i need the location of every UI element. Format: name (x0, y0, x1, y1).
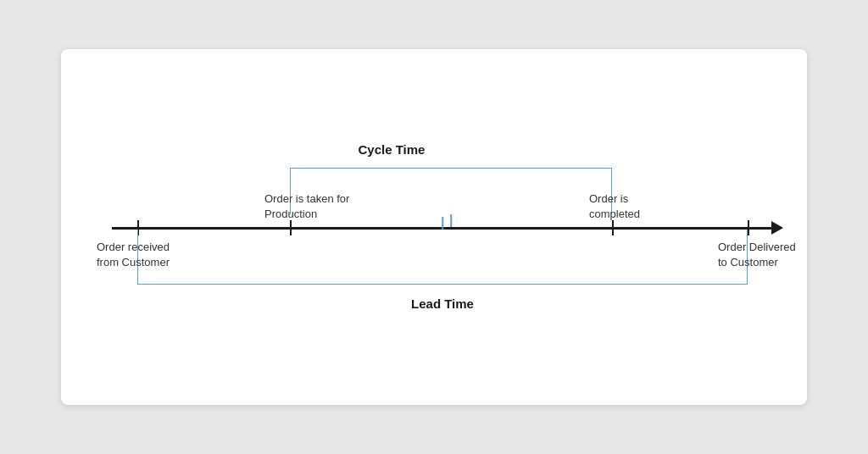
tick-order-delivered (748, 220, 749, 235)
label-order-received: Order received from Customer (97, 240, 170, 270)
label-order-completed: Order is completed (589, 191, 640, 222)
diagram-card: Cycle Time Lead Time Order received from… (61, 49, 807, 405)
lead-time-bracket (137, 230, 748, 285)
label-order-delivered: Order Delivered to Customer (718, 240, 796, 270)
cycle-time-label: Cycle Time (359, 142, 426, 157)
lead-time-label: Lead Time (411, 296, 474, 311)
label-order-production: Order is taken for Production (264, 191, 349, 222)
